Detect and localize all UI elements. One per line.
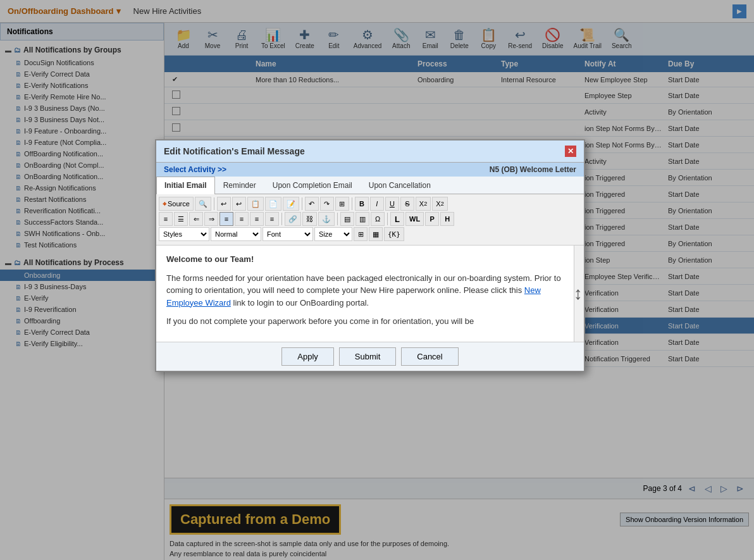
- editor-toolbar-row-1: ⌖ Source 🔍 ↩ ↩ 📋 📄 📝 ↶ ↷ ⊞ B I U: [159, 197, 581, 211]
- list-ol-button[interactable]: ≡: [159, 212, 173, 226]
- insert-col-button[interactable]: ▥: [355, 212, 369, 226]
- normal-select[interactable]: Normal: [211, 227, 261, 241]
- superscript-button[interactable]: X2: [432, 197, 447, 211]
- separator: [337, 213, 338, 225]
- modal-close-button[interactable]: ✕: [565, 146, 576, 157]
- p-button[interactable]: P: [425, 212, 439, 226]
- ltr-button[interactable]: L: [390, 212, 404, 226]
- copy-editor-button[interactable]: 📋: [247, 197, 264, 211]
- modal-body: ⌖ Source 🔍 ↩ ↩ 📋 📄 📝 ↶ ↷ ⊞ B I U: [156, 194, 584, 342]
- table-style-button[interactable]: ▦: [369, 227, 383, 241]
- welcome-heading: Welcome to our Team!: [166, 254, 254, 264]
- link-button[interactable]: 🔗: [285, 212, 301, 226]
- grid-view-button[interactable]: ⊞: [354, 227, 368, 241]
- undo-button[interactable]: ↩: [217, 197, 231, 211]
- align-left-button[interactable]: ≡: [219, 212, 233, 226]
- apply-button[interactable]: Apply: [281, 347, 334, 366]
- separator: [302, 197, 302, 210]
- separator: [281, 213, 282, 225]
- select-activity-link[interactable]: Select Activity >>: [164, 165, 226, 174]
- styles-select[interactable]: Styles: [159, 227, 209, 241]
- tab-initial-email[interactable]: Initial Email: [156, 177, 215, 194]
- modal-header: Edit Notification's Email Message ✕: [156, 140, 584, 163]
- cancel-button[interactable]: Cancel: [401, 347, 458, 366]
- search-editor-button[interactable]: 🔍: [195, 197, 211, 211]
- justify-button[interactable]: ≡: [265, 212, 279, 226]
- tab-reminder[interactable]: Reminder: [215, 177, 264, 194]
- table-button[interactable]: ⊞: [335, 197, 349, 211]
- h-button[interactable]: H: [440, 212, 454, 226]
- paste-button[interactable]: 📄: [265, 197, 281, 211]
- source-label: Source: [168, 200, 190, 208]
- editor-toolbar-row-3: Styles Normal Font Size ⊞ ▦ {K}: [159, 227, 581, 241]
- content-para1: The forms needed for your orientation ha…: [166, 272, 564, 309]
- separator: [214, 197, 214, 210]
- underline-button[interactable]: U: [385, 197, 399, 211]
- omega-button[interactable]: Ω: [371, 212, 385, 226]
- tab-upon-completion[interactable]: Upon Completion Email: [264, 177, 361, 194]
- submit-button[interactable]: Submit: [339, 347, 396, 366]
- insert-row-button[interactable]: ▤: [340, 212, 354, 226]
- modal-tabs: Initial Email Reminder Upon Completion E…: [156, 177, 584, 194]
- content-para2: If you do not complete your paperwork be…: [166, 315, 564, 328]
- list-ul-button[interactable]: ☰: [174, 212, 188, 226]
- redo2-button[interactable]: ↷: [320, 197, 334, 211]
- paste-text-button[interactable]: 📝: [283, 197, 299, 211]
- anchor-button[interactable]: ⚓: [318, 212, 335, 226]
- variable-button[interactable]: {K}: [384, 227, 404, 241]
- strikethrough-button[interactable]: S: [400, 197, 414, 211]
- align-right-button[interactable]: ≡: [250, 212, 264, 226]
- unlink-button[interactable]: ⛓: [302, 212, 317, 226]
- subscript-button[interactable]: X2: [416, 197, 431, 211]
- outdent-button[interactable]: ⇐: [189, 212, 203, 226]
- separator: [352, 197, 352, 210]
- size-select[interactable]: Size: [314, 227, 352, 241]
- source-button[interactable]: ⌖ Source: [159, 197, 194, 211]
- italic-button[interactable]: I: [370, 197, 384, 211]
- wl-button[interactable]: WL: [405, 212, 424, 226]
- undo2-button[interactable]: ↶: [305, 197, 319, 211]
- modal-overlay: Edit Notification's Email Message ✕ Sele…: [0, 0, 754, 560]
- align-center-button[interactable]: ≡: [235, 212, 249, 226]
- editor-toolbar: ⌖ Source 🔍 ↩ ↩ 📋 📄 📝 ↶ ↷ ⊞ B I U: [156, 194, 584, 246]
- editor-area: Welcome to our Team! The forms needed fo…: [156, 246, 584, 342]
- editor-toolbar-row-2: ≡ ☰ ⇐ ⇒ ≡ ≡ ≡ ≡ 🔗 ⛓ ⚓ ▤ ▥ Ω: [159, 212, 581, 226]
- modal-footer: Apply Submit Cancel: [156, 342, 584, 371]
- bold-button[interactable]: B: [355, 197, 369, 211]
- modal-title: Edit Notification's Email Message: [164, 146, 305, 156]
- indent-button[interactable]: ⇒: [204, 212, 218, 226]
- n5-label: N5 (OB) Welcome Letter: [490, 165, 576, 174]
- editor-content[interactable]: Welcome to our Team! The forms needed fo…: [156, 246, 574, 342]
- edit-notification-modal: Edit Notification's Email Message ✕ Sele…: [155, 139, 585, 372]
- redo-button[interactable]: ↩: [232, 197, 246, 211]
- separator: [387, 213, 388, 225]
- resize-handle[interactable]: ↕: [574, 283, 583, 304]
- tab-upon-cancellation[interactable]: Upon Cancellation: [361, 177, 439, 194]
- modal-subheader: Select Activity >> N5 (OB) Welcome Lette…: [156, 163, 584, 177]
- font-select[interactable]: Font: [263, 227, 313, 241]
- source-icon: ⌖: [163, 200, 166, 208]
- editor-scrollbar[interactable]: ↕: [574, 246, 584, 342]
